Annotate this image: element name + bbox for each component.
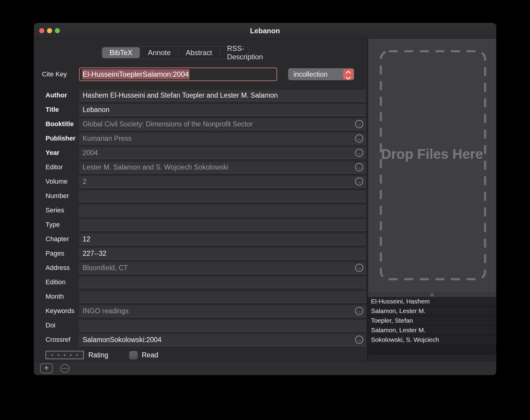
open-crossref-arrow-icon[interactable]: → [355, 149, 363, 157]
doi-input[interactable] [79, 319, 366, 331]
field-label-edition: Edition [34, 278, 79, 286]
field-label-keywords: Keywords [34, 307, 79, 315]
cite-key-row: Cite Key El-HusseiniToeplerSalamon:2004 … [34, 67, 367, 82]
open-crossref-arrow-icon[interactable]: → [355, 336, 363, 344]
keywords-value: INGO readings [83, 307, 128, 315]
field-row-crossref: Crossref SalamonSokolowski:2004 → [34, 333, 367, 347]
entry-type-pulldown[interactable]: incollection [288, 68, 354, 80]
author-list-item[interactable]: Sokolowski, S. Wojciech [368, 335, 496, 345]
field-label-month: Month [34, 293, 79, 300]
booktitle-input[interactable]: Global Civil Society: Dimensions of the … [79, 118, 366, 130]
tab-bar: BibTeX Annote Abstract RSS-Description [34, 46, 367, 59]
tab-bibtex[interactable]: BibTeX [102, 47, 140, 58]
field-row-type: Type [34, 217, 367, 232]
tab-annote[interactable]: Annote [140, 47, 178, 59]
rating-label: Rating [88, 351, 108, 359]
tab-divider-line-left [34, 53, 101, 53]
chapter-value: 12 [83, 235, 90, 243]
tab-rss-description[interactable]: RSS-Description [219, 47, 270, 59]
author-input[interactable]: Hashem El-Husseini and Stefan Toepler an… [79, 89, 366, 101]
zoom-button[interactable] [55, 28, 60, 33]
field-row-month: Month [34, 289, 367, 304]
crossref-input[interactable]: SalamonSokolowski:2004 → [79, 334, 366, 346]
plus-icon: + [44, 363, 49, 373]
pages-input[interactable]: 227--32 [79, 247, 366, 259]
address-input[interactable]: Bloomfield, CT → [79, 262, 366, 274]
author-list-item[interactable]: Salamon, Lester M. [368, 306, 496, 316]
field-label-booktitle: Booktitle [34, 120, 79, 128]
field-label-chapter: Chapter [34, 235, 79, 243]
publisher-value: Kumarian Press [83, 135, 132, 143]
open-crossref-arrow-icon[interactable]: → [355, 264, 363, 272]
actions-button[interactable] [59, 363, 71, 373]
rating-dot [52, 354, 53, 356]
file-drop-zone[interactable]: Drop Files Here [368, 39, 496, 292]
field-rows: Author Hashem El-Husseini and Stefan Toe… [34, 88, 367, 347]
author-value: Hashem El-Husseini and Stefan Toepler an… [83, 91, 278, 99]
cite-key-input[interactable]: El-HusseiniToeplerSalamon:2004 [79, 67, 277, 81]
field-label-doi: Doi [34, 321, 79, 329]
close-button[interactable] [39, 28, 44, 33]
field-label-title: Title [34, 106, 79, 114]
field-label-type: Type [34, 221, 79, 229]
ellipsis-circle-icon [60, 364, 69, 373]
edition-input[interactable] [79, 276, 366, 288]
field-row-edition: Edition [34, 275, 367, 289]
field-label-address: Address [34, 264, 79, 272]
field-row-pages: Pages 227--32 [34, 246, 367, 261]
field-label-editor: Editor [34, 163, 79, 171]
tab-abstract[interactable]: Abstract [178, 47, 219, 59]
rating-control[interactable] [46, 351, 84, 359]
field-label-volume: Volume [34, 178, 79, 185]
author-list-item[interactable]: Salamon, Lester M. [368, 326, 496, 335]
title-input[interactable]: Lebanon [79, 104, 366, 116]
month-input[interactable] [79, 291, 366, 303]
cite-key-selected-text: El-HusseiniToeplerSalamon:2004 [82, 69, 190, 79]
splitter-handle-icon[interactable] [430, 293, 434, 297]
field-row-chapter: Chapter 12 [34, 232, 367, 246]
volume-input[interactable]: 2 → [79, 176, 366, 188]
crossref-value: SalamonSokolowski:2004 [83, 336, 161, 344]
editor-input[interactable]: Lester M. Salamon and S. Wojciech Sokolo… [79, 161, 366, 173]
bibtex-form-pane: BibTeX Annote Abstract RSS-Description C… [34, 39, 368, 362]
open-crossref-arrow-icon[interactable]: → [355, 135, 363, 143]
type-input[interactable] [79, 219, 366, 231]
field-row-year: Year 2004 → [34, 146, 367, 160]
rating-row: Rating Read [34, 349, 367, 361]
field-row-doi: Doi [34, 318, 367, 333]
tab-group: BibTeX Annote Abstract RSS-Description [101, 46, 249, 59]
read-label: Read [142, 351, 158, 359]
rating-dot [58, 354, 59, 356]
field-row-author: Author Hashem El-Husseini and Stefan Toe… [34, 88, 367, 102]
open-crossref-arrow-icon[interactable]: → [355, 120, 363, 128]
field-label-publisher: Publisher [34, 135, 79, 142]
field-row-keywords: Keywords INGO readings → [34, 304, 367, 318]
series-input[interactable] [79, 204, 366, 216]
author-list-item[interactable]: El-Husseini, Hashem [368, 297, 496, 306]
add-field-button[interactable]: + [40, 363, 53, 373]
drop-zone-dashed-border [368, 39, 496, 292]
form-bottom-divider [34, 347, 367, 347]
read-checkbox[interactable] [129, 351, 138, 359]
field-label-series: Series [34, 206, 79, 214]
field-row-booktitle: Booktitle Global Civil Society: Dimensio… [34, 117, 367, 131]
authors-editors-list: El-Husseini, Hashem Salamon, Lester M. T… [368, 297, 496, 362]
pane-splitter[interactable] [368, 292, 496, 297]
pages-value: 227--32 [83, 250, 106, 258]
open-crossref-arrow-icon[interactable]: → [355, 163, 363, 171]
chapter-input[interactable]: 12 [79, 233, 366, 245]
field-label-author: Author [34, 91, 79, 99]
title-bar[interactable]: Lebanon [34, 23, 496, 39]
title-value: Lebanon [83, 106, 110, 114]
open-crossref-arrow-icon[interactable]: → [355, 178, 363, 186]
minimize-button[interactable] [47, 28, 52, 33]
keywords-input[interactable]: INGO readings → [79, 305, 366, 317]
publisher-input[interactable]: Kumarian Press → [79, 132, 366, 144]
number-input[interactable] [79, 190, 366, 202]
author-list-item[interactable]: Toepler, Stefan [368, 316, 496, 326]
open-crossref-arrow-icon[interactable]: → [355, 307, 363, 315]
bottom-toolbar: + [34, 361, 496, 375]
window-title: Lebanon [250, 27, 280, 35]
year-input[interactable]: 2004 → [79, 147, 366, 159]
list-footer-strip [368, 355, 496, 362]
